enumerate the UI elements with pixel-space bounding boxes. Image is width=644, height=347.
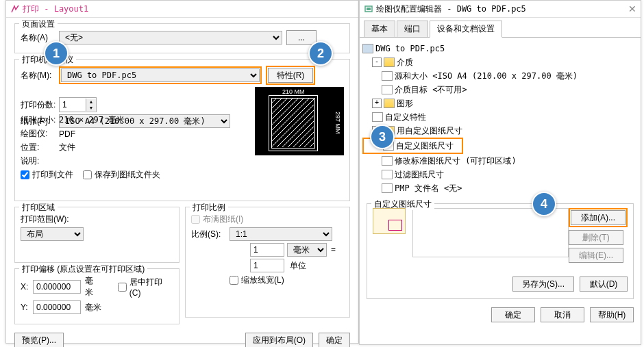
pad (191, 245, 230, 255)
plotter-titlebar[interactable]: 绘图仪配置编辑器 - DWG to PDF.pc5 ✕ (360, 1, 641, 18)
offset-title: 打印偏移 (原点设置在可打印区域) (19, 264, 147, 275)
marker-3: 3 (370, 125, 395, 149)
cancel-button[interactable]: 取消 (541, 307, 584, 322)
config-tree[interactable]: DWG to PDF.pc5 -介质 源和大小 <ISO A4 (210.00 … (360, 38, 641, 199)
save-to-folder-check[interactable]: 保存到图纸文件夹 (83, 169, 160, 181)
print-area-title: 打印区域 (19, 202, 58, 214)
scale-unit-select[interactable]: 毫米 (287, 243, 327, 257)
highlight-1: DWG to PDF.pc5 (59, 66, 262, 84)
spinner-arrows[interactable]: ▲▼ (86, 99, 96, 111)
svg-rect-2 (367, 8, 371, 10)
tree-media[interactable]: 介质 (397, 55, 413, 69)
stage: { "markers": {"m1":"1","m2":"2","m3":"3"… (0, 0, 644, 347)
page-icon (382, 71, 393, 81)
tree-custom-props[interactable]: 自定义特性 (385, 110, 426, 124)
tree-graphics[interactable]: 图形 (397, 97, 413, 110)
copies-spinner[interactable]: ▲▼ (59, 97, 97, 112)
copies-input[interactable] (60, 99, 86, 111)
printer-group: 打印机/绘图仪 名称(M): DWG to PDF.pc5 特性(R) 纸张(P… (14, 59, 350, 201)
titlebar[interactable]: 打印 - Layout1 (6, 1, 358, 18)
plotter-label: 绘图仪: (21, 128, 59, 140)
tree-user-paper[interactable]: 用自定义图纸尺寸 (397, 124, 462, 138)
plotter-config-dialog: 绘图仪配置编辑器 - DWG to PDF.pc5 ✕ 基本 端口 设备和文档设… (359, 0, 641, 345)
page-icon (382, 156, 393, 166)
center-print-check[interactable]: 居中打印(C) (118, 277, 173, 298)
tab-basic[interactable]: 基本 (364, 21, 395, 37)
y-unit: 毫米 (85, 302, 101, 313)
pad3 (191, 276, 230, 285)
tab-bar: 基本 端口 设备和文档设置 (360, 21, 641, 38)
scale-select[interactable]: 1:1 (230, 227, 332, 241)
tree-pmp[interactable]: PMP 文件名 <无> (395, 181, 462, 195)
page-icon (382, 170, 393, 179)
fit-paper-check[interactable]: 布满图纸(I) (191, 214, 243, 225)
tree-source-size[interactable]: 源和大小 <ISO A4 (210.00 x 297.00 毫米) (395, 69, 578, 83)
tree-custom-size[interactable]: 自定义图纸尺寸 (396, 139, 454, 153)
y-label: Y: (21, 303, 33, 312)
tree-media-target[interactable]: 介质目标 <不可用> (395, 83, 467, 97)
position-value: 文件 (59, 142, 75, 153)
plotter-value: PDF (59, 129, 75, 139)
print-range-label: 打印范围(W): (21, 214, 69, 225)
copies-label: 打印份数: (21, 99, 59, 111)
scale-num-input[interactable] (250, 243, 284, 257)
page-name-select[interactable]: <无> (59, 31, 282, 44)
delete-size-button[interactable]: 删除(T) (569, 230, 623, 245)
print-to-file-check[interactable]: 打印到文件 (21, 169, 73, 181)
page-setup-dots-button[interactable]: ... (286, 30, 317, 45)
scale-group: 打印比例 布满图纸(I) 比例(S): 1:1 毫米 = (185, 207, 350, 318)
default-button[interactable]: 默认(D) (580, 277, 628, 292)
custom-size-panel: 自定义图纸尺寸 添加(A)... 删除(T) 编辑(E)... 另存为(S)..… (367, 203, 634, 299)
folder-icon (384, 57, 395, 67)
paper-preview: 210 MM 297 MM (255, 87, 344, 155)
close-icon[interactable]: ✕ (628, 3, 636, 14)
equals-label: = (331, 245, 336, 255)
ok-button[interactable]: 确定 (491, 307, 535, 322)
paper-thumb-icon (373, 208, 406, 234)
print-range-select[interactable]: 布局 (21, 227, 84, 241)
help-button[interactable]: 帮助(H) (590, 307, 634, 322)
apply-layout-button[interactable]: 应用到布局(O) (245, 333, 313, 347)
x-input[interactable] (33, 280, 81, 294)
add-size-button[interactable]: 添加(A)... (571, 210, 626, 225)
page-icon (382, 183, 393, 193)
offset-group: 打印偏移 (原点设置在可打印区域) X: 毫米 居中打印(C) Y: 毫米 (14, 268, 179, 324)
printer-name-select[interactable]: DWG to PDF.pc5 (61, 68, 260, 82)
page-icon (372, 112, 383, 122)
expand-icon[interactable]: + (372, 99, 382, 108)
note-label: 说明: (21, 155, 59, 167)
scale-den-input[interactable] (250, 259, 284, 272)
plotter-icon (364, 4, 373, 14)
edit-size-button[interactable]: 编辑(E)... (569, 248, 623, 263)
page-setup-title: 页面设置 (19, 18, 58, 30)
paper-size-label: 纸张大小: (21, 114, 59, 126)
folder-icon (384, 99, 395, 108)
paper-size-value: 210 × 297 毫米 (59, 114, 125, 126)
plotter-window-title: 绘图仪配置编辑器 - DWG to PDF.pc5 (376, 3, 526, 15)
tree-root[interactable]: DWG to PDF.pc5 (375, 42, 445, 55)
print-area-group: 打印区域 打印范围(W): 布局 (14, 207, 179, 263)
scale-lineweight-check[interactable]: 缩放线宽(L) (230, 274, 284, 286)
svg-rect-0 (271, 98, 314, 147)
printer-name-label: 名称(M): (21, 70, 59, 81)
preview-button[interactable]: 预览(P)... (14, 333, 64, 347)
y-input[interactable] (33, 300, 81, 314)
unit-text: 单位 (290, 260, 306, 272)
expand-icon[interactable]: - (372, 57, 382, 67)
tree-filter[interactable]: 过滤图纸尺寸 (395, 168, 444, 181)
printer-properties-button[interactable]: 特性(R) (268, 68, 313, 83)
tab-port[interactable]: 端口 (397, 21, 428, 37)
marker-4: 4 (532, 192, 556, 216)
highlight-2: 特性(R) (266, 66, 315, 85)
marker-1: 1 (44, 41, 69, 66)
tab-device[interactable]: 设备和文档设置 (430, 21, 502, 38)
ok-button[interactable]: 确定 (319, 333, 350, 347)
print-body: 页面设置 名称(A) <无> ... 打印机/绘图仪 名称(M): DWG to… (6, 18, 358, 347)
position-label: 位置: (21, 142, 59, 153)
x-unit: 毫米 (85, 275, 101, 298)
save-as-button[interactable]: 另存为(S)... (512, 277, 574, 292)
tree-mod-std[interactable]: 修改标准图纸尺寸 (可打印区域) (395, 154, 517, 168)
printer-icon (362, 44, 373, 53)
scale-label: 比例(S): (191, 229, 230, 240)
pv-hatch (255, 87, 344, 155)
